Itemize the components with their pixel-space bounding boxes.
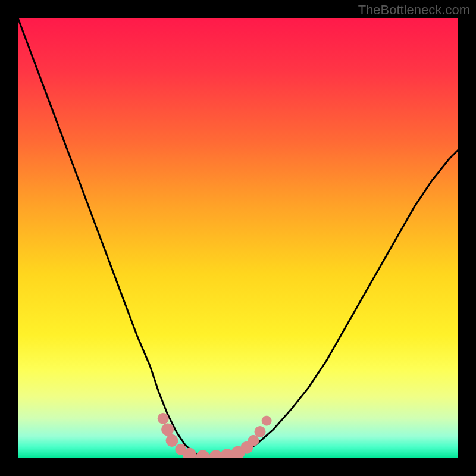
data-marker [248,435,259,446]
data-marker [183,448,196,458]
data-marker [158,413,168,424]
data-marker [262,416,271,425]
data-marker [162,424,174,436]
chart-svg [18,18,458,458]
data-marker [166,434,178,446]
plot-area [18,18,458,458]
gradient-background [18,18,458,458]
watermark-text: TheBottleneck.com [358,2,470,18]
data-marker [255,427,265,437]
chart-frame: TheBottleneck.com [0,0,476,476]
